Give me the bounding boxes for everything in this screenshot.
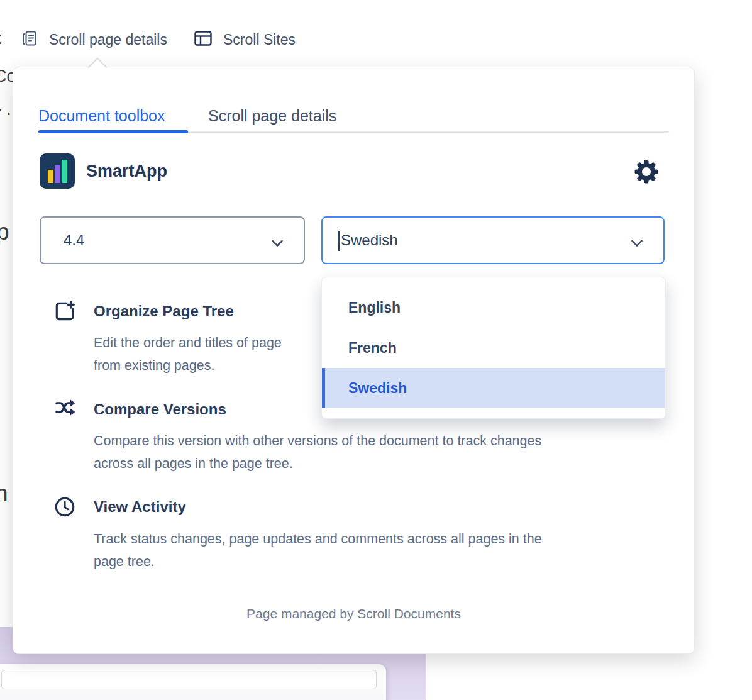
language-select[interactable]: Swedish [321,216,665,264]
clock-icon [53,496,76,521]
language-option-swedish[interactable]: Swedish [322,368,665,408]
language-option-english[interactable]: English [322,287,665,328]
tab-scroll-page-details[interactable]: Scroll page details [208,107,336,125]
background-text-fragment: p [0,219,9,245]
feature-description: Compare this version with other versions… [94,430,541,452]
view-activity-link[interactable]: View Activity [94,498,186,516]
page-details-icon [21,30,38,50]
shuffle-icon [53,397,77,420]
language-option-french[interactable]: French [322,328,665,368]
smartapp-logo [40,153,75,189]
version-select-value: 4.4 [64,218,84,263]
settings-button[interactable] [633,158,660,185]
background-text-fragment: n [0,481,8,507]
language-select-value: Swedish [341,218,398,263]
app-title: SmartApp [86,162,167,181]
gear-icon [633,158,660,185]
document-toolbox-popup: Document toolbox Scroll page details Sma… [13,67,695,654]
logo-bar-yellow [48,170,53,183]
version-select[interactable]: 4.4 [40,216,305,264]
logo-bar-teal [62,160,67,183]
tab-document-toolbox[interactable]: Document toolbox [38,107,165,125]
toolbar-label: Scroll Sites [223,31,296,48]
organize-page-tree-link[interactable]: Organize Page Tree [94,303,234,320]
scroll-sites-button[interactable]: Scroll Sites [194,28,296,52]
compare-versions-link[interactable]: Compare Versions [94,401,226,418]
sites-icon [194,30,213,50]
background-text-fragment: : [0,29,3,48]
chevron-down-icon [631,238,643,250]
background-editor-box [0,664,386,700]
feature-description: from existing pages. [94,354,214,377]
feature-description: page tree. [94,550,155,573]
feature-description: Edit the order and titles of page [94,331,282,354]
language-dropdown-menu: English French Swedish [321,277,666,419]
feature-description: Track status changes, page updates and c… [94,528,542,550]
chevron-down-icon [271,238,284,250]
feature-description: across all pages in the page tree. [94,452,293,475]
page-add-icon [53,300,76,325]
logo-bar-purple [55,165,60,183]
popup-footer-text: Page managed by Scroll Documents [13,606,694,621]
active-tab-underline [38,130,188,133]
toolbar-label: Scroll page details [49,31,167,48]
background-editor-input[interactable] [1,670,377,689]
text-cursor [338,231,340,251]
background-text-fragment: r · [0,104,11,123]
scroll-page-details-button[interactable]: Scroll page details [21,28,167,52]
